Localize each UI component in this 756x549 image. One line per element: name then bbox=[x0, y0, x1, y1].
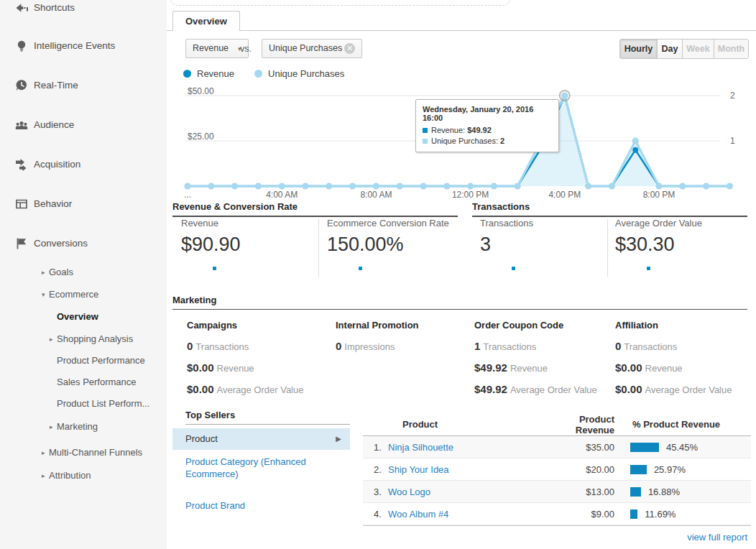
sidebar-nav: ShortcutsIntelligence EventsReal-TimeAud… bbox=[0, 0, 167, 549]
sidebar-item-shopping-analysis[interactable]: ▸Shopping Analysis bbox=[0, 331, 167, 348]
sidebar-item-ecommerce[interactable]: ▾Ecommerce bbox=[0, 286, 167, 303]
data-point-revenue[interactable] bbox=[632, 147, 638, 153]
sidebar-item-label: Goals bbox=[49, 264, 73, 281]
tab-overview[interactable]: Overview bbox=[172, 11, 240, 31]
sidebar-item-label: Conversions bbox=[34, 235, 88, 252]
legend-item-unique-purchases[interactable]: Unique Purchases bbox=[254, 68, 344, 79]
table-row-ship-your-idea: 2.Ship Your Idea$20.0025.97% bbox=[363, 458, 751, 481]
table-row-woo-logo: 3.Woo Logo$13.0016.88% bbox=[363, 481, 751, 503]
sidebar-item-conversions[interactable]: Conversions bbox=[0, 235, 167, 252]
marketing-metric: $49.92Average Order Value bbox=[474, 383, 614, 395]
data-point-unique-purchases[interactable] bbox=[467, 183, 474, 189]
granularity-day-button[interactable]: Day bbox=[657, 40, 682, 58]
data-point-unique-purchases[interactable] bbox=[703, 183, 709, 189]
marketing-column-title: Affiliation bbox=[615, 320, 755, 331]
chevron-right-icon: ▸ bbox=[42, 444, 45, 461]
table-header-product-revenue: % Product Revenue bbox=[632, 419, 720, 430]
right-axis-tick: 1 bbox=[730, 136, 735, 146]
legend-item-revenue[interactable]: Revenue bbox=[183, 68, 234, 79]
marketing-column-title: Campaigns bbox=[187, 320, 327, 331]
shortcuts-icon bbox=[14, 1, 29, 15]
sidebar-item-multi-channel-funnels[interactable]: ▸Multi-Channel Funnels bbox=[0, 444, 167, 461]
metric-value: $90.90 bbox=[181, 234, 310, 256]
metric-label: Transactions bbox=[480, 218, 609, 229]
data-point-unique-purchases[interactable] bbox=[679, 183, 686, 189]
data-point-unique-purchases[interactable] bbox=[609, 183, 615, 189]
data-point-unique-purchases[interactable] bbox=[255, 183, 262, 189]
sparkline-dot-icon bbox=[213, 267, 216, 270]
percent-value: 11.69% bbox=[645, 509, 676, 520]
data-point-unique-purchases[interactable] bbox=[231, 183, 238, 189]
product-link[interactable]: Woo Logo bbox=[388, 486, 430, 497]
data-point-unique-purchases[interactable] bbox=[184, 183, 190, 189]
row-rank: 2. bbox=[374, 464, 382, 475]
percent-value: 25.97% bbox=[654, 464, 686, 475]
data-point-unique-purchases[interactable] bbox=[420, 183, 426, 189]
view-full-report-link[interactable]: view full report bbox=[604, 532, 747, 543]
data-point-unique-purchases[interactable] bbox=[515, 183, 521, 189]
product-link[interactable]: Ninja Silhouette bbox=[388, 442, 453, 453]
marketing-column-title: Internal Promotion bbox=[336, 320, 476, 331]
sidebar-item-product-performance[interactable]: Product Performance bbox=[0, 352, 167, 369]
granularity-month-button[interactable]: Month bbox=[714, 40, 748, 58]
data-point-unique-purchases[interactable] bbox=[727, 183, 733, 189]
sidebar-item-marketing[interactable]: ▸Marketing bbox=[0, 418, 167, 435]
sidebar-item-label: Intelligence Events bbox=[34, 37, 115, 55]
data-point-unique-purchases[interactable] bbox=[561, 92, 568, 98]
data-point-unique-purchases[interactable] bbox=[397, 183, 403, 189]
sidebar-item-overview[interactable]: Overview bbox=[0, 308, 167, 326]
product-link[interactable]: Ship Your Idea bbox=[388, 464, 449, 475]
x-axis-tick: ... bbox=[184, 190, 191, 200]
dimension-link-product-brand[interactable]: Product Brand bbox=[185, 499, 352, 512]
product-link[interactable]: Woo Album #4 bbox=[388, 509, 448, 520]
metric-value: 150.00% bbox=[327, 234, 456, 256]
sidebar-item-product-list-perform[interactable]: Product List Perform... bbox=[0, 395, 167, 412]
row-rank: 4. bbox=[374, 509, 382, 520]
sparkline-dot-icon bbox=[647, 267, 650, 270]
metric-label: Average Order Value bbox=[615, 218, 745, 229]
data-point-unique-purchases[interactable] bbox=[279, 183, 285, 189]
metric-label: Ecommerce Conversion Rate bbox=[327, 218, 456, 229]
dimension-product-selected[interactable]: Product▶ bbox=[172, 428, 350, 450]
data-point-unique-purchases[interactable] bbox=[208, 183, 214, 189]
data-point-unique-purchases[interactable] bbox=[302, 183, 308, 189]
sidebar-item-acquisition[interactable]: Acquisition bbox=[0, 156, 167, 173]
legend-dot-icon bbox=[183, 70, 191, 78]
left-axis-tick: $25.00 bbox=[188, 132, 214, 142]
x-axis-tick: 4:00 PM bbox=[548, 190, 581, 200]
remove-comparison-icon[interactable]: ✕ bbox=[344, 43, 355, 54]
data-point-unique-purchases[interactable] bbox=[655, 183, 662, 189]
chart-legend: RevenueUnique Purchases bbox=[183, 68, 364, 79]
product-revenue: $9.00 bbox=[535, 509, 614, 520]
marketing-metric: $0.00Average Order Value bbox=[615, 383, 755, 395]
data-point-unique-purchases[interactable] bbox=[443, 183, 450, 189]
sidebar-item-intelligence-events[interactable]: Intelligence Events bbox=[0, 37, 167, 55]
sidebar-item-shortcuts[interactable]: Shortcuts bbox=[0, 0, 167, 17]
granularity-toggle: HourlyDayWeekMonth bbox=[619, 39, 749, 59]
dimension-label: Product bbox=[185, 433, 218, 444]
scorecard-ecommerce-conversion-rate: Ecommerce Conversion Rate150.00% bbox=[327, 218, 456, 270]
data-point-unique-purchases[interactable] bbox=[326, 183, 332, 189]
sidebar-item-label: Product Performance bbox=[57, 352, 145, 369]
marketing-metric: $0.00Average Order Value bbox=[187, 383, 327, 395]
sidebar-item-sales-performance[interactable]: Sales Performance bbox=[0, 374, 167, 391]
sidebar-item-behavior[interactable]: Behavior bbox=[0, 195, 167, 213]
data-point-unique-purchases[interactable] bbox=[585, 183, 591, 189]
data-point-unique-purchases[interactable] bbox=[632, 137, 639, 144]
sidebar-item-goals[interactable]: ▸Goals bbox=[0, 264, 167, 281]
primary-metric-dropdown[interactable]: Revenue▾ bbox=[185, 39, 249, 58]
data-point-unique-purchases[interactable] bbox=[349, 183, 356, 189]
granularity-hourly-button[interactable]: Hourly bbox=[620, 40, 657, 58]
sidebar-item-attribution[interactable]: ▸Attribution bbox=[0, 467, 167, 484]
dimension-link-product-category-enhanced-ecommerce[interactable]: Product Category (Enhanced Ecommerce) bbox=[185, 456, 352, 480]
scorecard-transactions: Transactions3 bbox=[480, 218, 609, 270]
data-point-unique-purchases[interactable] bbox=[373, 183, 379, 189]
granularity-week-button[interactable]: Week bbox=[682, 40, 714, 58]
data-point-unique-purchases[interactable] bbox=[491, 183, 497, 189]
sidebar-item-audience[interactable]: Audience bbox=[0, 116, 167, 134]
tab-strip bbox=[167, 30, 756, 31]
chevron-right-icon: ▸ bbox=[42, 264, 45, 281]
marketing-metric: 1Transactions bbox=[474, 340, 614, 352]
table-row-ninja-silhouette: 1.Ninja Silhouette$35.0045.45% bbox=[363, 436, 751, 458]
sidebar-item-real-time[interactable]: Real-Time bbox=[0, 77, 167, 94]
